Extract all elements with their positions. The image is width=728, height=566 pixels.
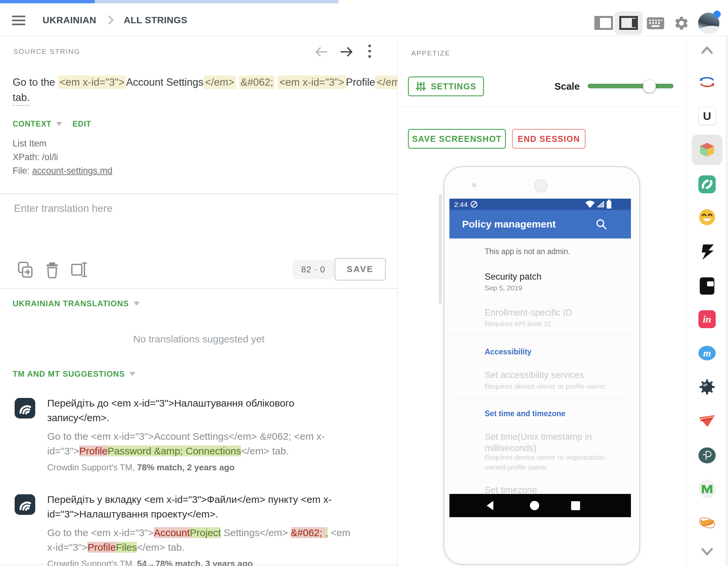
context-collapse-icon — [56, 122, 62, 126]
length-counter: 82 · 0 — [293, 260, 334, 280]
expand-down-icon[interactable] — [698, 543, 716, 561]
collapse-up-icon[interactable] — [698, 41, 716, 58]
translations-collapse-icon — [134, 301, 140, 305]
context-toggle[interactable]: CONTEXT — [13, 120, 62, 129]
scale-slider-thumb[interactable] — [643, 80, 656, 93]
phone-item-subtitle: Sep 5, 2019 — [485, 283, 626, 293]
medium-icon[interactable] — [698, 480, 716, 498]
android-recents-button[interactable] — [571, 501, 580, 510]
source-string-line1: Go to the <em x-id="3">Account Settings<… — [13, 75, 408, 90]
layout-comfortable-icon[interactable] — [619, 16, 638, 30]
zeppelin-icon[interactable] — [698, 514, 716, 531]
layers-icon[interactable] — [698, 412, 716, 429]
wifi-icon — [585, 200, 595, 208]
tm-source-icon — [15, 494, 35, 515]
next-string-icon[interactable] — [339, 45, 354, 58]
tm-suggestion-item[interactable]: Перейдіть у вкладку <em x-id="3">Файли</… — [47, 492, 383, 566]
u-card-icon[interactable]: U — [698, 107, 716, 125]
settings-button-label: SETTINGS — [431, 82, 476, 91]
copy-source-button[interactable] — [17, 261, 34, 279]
phone-item-subtitle-disabled: Requires device owner or organization-ow… — [485, 452, 626, 472]
suggestions-section-toggle[interactable]: TM AND MT SUGGESTIONS — [13, 369, 135, 379]
clear-translation-button[interactable] — [45, 261, 60, 279]
save-screenshot-button[interactable]: SAVE SCREENSHOT — [408, 129, 506, 149]
keyboard-shortcuts-icon[interactable] — [647, 17, 664, 29]
suggestions-header: TM AND MT SUGGESTIONS — [13, 369, 125, 378]
phone-section-header: Set time and timezone — [485, 409, 565, 418]
no-translations-message: No translations suggested yet — [0, 333, 398, 345]
phone-item-title[interactable]: Security patch — [485, 271, 626, 283]
suggestion-target-line: id="3">Налаштування проекту</em>. — [47, 507, 383, 521]
tm-source-icon — [15, 398, 35, 418]
breadcrumb-section[interactable]: ALL STRINGS — [124, 15, 187, 26]
lightning-icon[interactable] — [698, 244, 716, 261]
phone-item-title-disabled: Set accessibility services — [485, 369, 626, 381]
phone-item-title-disabled: Enrollment-specific ID — [485, 307, 626, 318]
context-type: List Item — [13, 137, 47, 151]
proto-p-icon[interactable] — [698, 447, 716, 464]
panel-scrollbar[interactable] — [439, 194, 442, 304]
notebook-icon[interactable] — [698, 278, 716, 294]
suggestion-source-line: Go to the <em x-id="3">AccountProject Se… — [47, 525, 383, 540]
context-file-row: File: account-settings.md — [13, 164, 112, 178]
phone-nav-bar — [449, 494, 631, 517]
suggestion-target-line: Перейдіть до <em x-id="3">Налаштування о… — [47, 396, 383, 410]
tm-suggestion-item[interactable]: Перейдіть до <em x-id="3">Налаштування о… — [47, 396, 383, 473]
phone-item-subtitle-disabled: Requires device owner or profile owner — [485, 381, 626, 391]
save-button[interactable]: SAVE — [334, 258, 386, 281]
source-string-label: SOURCE STRING — [13, 48, 80, 56]
text-selection-button[interactable] — [70, 261, 89, 279]
android-home-button[interactable] — [530, 501, 539, 510]
invision-icon[interactable]: in — [698, 310, 716, 328]
appetize-label: APPETIZE — [411, 49, 450, 57]
online-status-badge — [713, 11, 721, 18]
context-file-prefix: File: — [13, 166, 32, 176]
suggestion-meta: Crowdin Support's TM, 78% match, 2 years… — [47, 462, 383, 473]
end-session-button[interactable]: END SESSION — [512, 129, 586, 149]
context-file-link[interactable]: account-settings.md — [32, 166, 113, 176]
window-scrollbar[interactable] — [726, 36, 727, 566]
more-options-kebab-icon[interactable] — [368, 45, 371, 58]
suggestion-target-line: Перейдіть у вкладку <em x-id="3">Файли</… — [47, 492, 383, 507]
progress-bar-partial — [95, 0, 338, 3]
phone-status-bar: 2:44 — [449, 199, 631, 210]
context-xpath: XPath: /ol/li — [13, 151, 58, 164]
translations-section-toggle[interactable]: UKRAINIAN TRANSLATIONS — [13, 299, 140, 308]
phone-item-subtitle-disabled: Requires API level 31 — [485, 319, 626, 329]
hamburger-menu-icon[interactable] — [12, 16, 25, 26]
smiley-icon[interactable] — [698, 209, 716, 226]
phone-app-title: Policy management — [462, 219, 556, 230]
context-label: CONTEXT — [13, 120, 52, 128]
suggestion-source-line: x-id="3">ProfileFiles</em> tab. — [47, 540, 383, 555]
translations-header: UKRAINIAN TRANSLATIONS — [13, 299, 129, 308]
loop-icon[interactable] — [698, 176, 716, 193]
suggestion-source-line: id="3">ProfilePassword &amp; Connections… — [47, 444, 383, 458]
cell-signal-icon — [597, 201, 604, 208]
device-speaker — [534, 179, 547, 193]
phone-section-header: Accessibility — [485, 347, 532, 356]
phone-search-icon[interactable] — [595, 218, 608, 231]
layout-side-by-side-icon[interactable] — [594, 16, 613, 30]
android-back-button[interactable] — [486, 500, 494, 511]
battery-icon — [606, 200, 612, 209]
suggestion-target-line: запису</em>. — [47, 410, 383, 425]
breadcrumb-language[interactable]: UKRAINIAN — [43, 15, 96, 26]
phone-item-title-disabled: Set time(Unix timestamp in milliseconds) — [485, 431, 626, 454]
marvel-icon[interactable]: m — [698, 344, 716, 362]
mine-icon[interactable] — [698, 378, 716, 396]
data-saver-icon — [470, 200, 478, 208]
device-camera-dot — [472, 183, 476, 187]
appetize-settings-button[interactable]: SETTINGS — [408, 76, 484, 96]
appetize-cube-icon[interactable] — [698, 141, 716, 159]
sync-icon[interactable] — [698, 73, 716, 91]
tune-icon — [416, 81, 426, 92]
scale-slider-track[interactable] — [588, 84, 673, 88]
scale-label: Scale — [554, 81, 580, 92]
translation-input[interactable] — [13, 202, 384, 250]
settings-gear-icon[interactable] — [673, 15, 689, 31]
progress-bar-translated — [0, 0, 95, 3]
phone-clock: 2:44 — [454, 201, 468, 209]
suggestions-collapse-icon — [129, 372, 135, 376]
previous-string-icon[interactable] — [313, 45, 329, 58]
context-edit-button[interactable]: EDIT — [72, 120, 91, 129]
